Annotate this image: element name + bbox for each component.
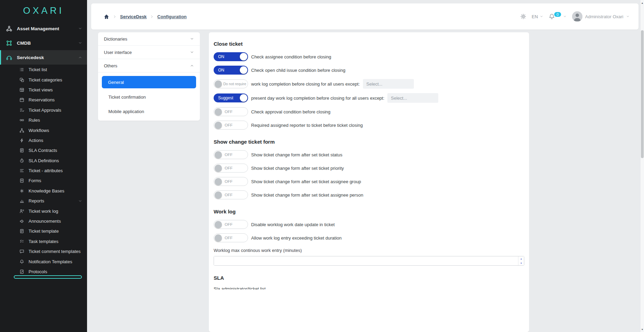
chevron-right-icon: [150, 15, 154, 19]
avatar: [572, 11, 582, 22]
asset-management-icon: [6, 25, 12, 32]
sidebar-item-ticket-list[interactable]: Ticket list: [0, 65, 87, 75]
config-item-general[interactable]: General: [102, 76, 196, 88]
toggle-show-ticket-change-form-after-set-ticket-status[interactable]: OFF: [214, 150, 248, 159]
toggle-state-label: Suggest: [218, 96, 233, 100]
toggle-allow-work-log-entry-exceeding-ticket-duration[interactable]: OFF: [214, 233, 248, 242]
spinner-down-button[interactable]: ▼: [518, 261, 524, 265]
scrollbar-thumb[interactable]: [641, 30, 644, 158]
language-selector[interactable]: EN: [532, 14, 543, 19]
approvals-icon: [19, 108, 24, 113]
config-group-label: Dictionaries: [104, 36, 127, 42]
topbar-actions: EN 0 Administrator Oxari: [520, 11, 630, 22]
home-icon[interactable]: [104, 14, 109, 20]
section-title: Work log: [214, 209, 524, 214]
setting-row: OFFShow ticket change form after set tic…: [214, 177, 524, 186]
users-except-select[interactable]: Select...: [363, 79, 414, 89]
sidebar-item-knowledge-bases[interactable]: Knowledge Bases: [0, 186, 87, 196]
scroll-down-arrow[interactable]: ▼: [641, 327, 644, 331]
toggle-check-open-child-issue-condition-before-closing[interactable]: ON: [214, 66, 248, 75]
chevron-down-icon: [190, 37, 194, 41]
toggle-show-ticket-change-form-after-set-ticket-assignee-group[interactable]: OFF: [214, 177, 248, 186]
toggle-state-label: OFF: [225, 123, 233, 127]
sidebar-item-ticket-work-log[interactable]: Ticket work log: [0, 206, 87, 216]
sidebar-item-ticket-categories[interactable]: Ticket categories: [0, 75, 87, 85]
form-icon: [19, 178, 24, 183]
announcement-icon: [19, 219, 24, 224]
sidebar-item-actions[interactable]: Actions: [0, 135, 87, 145]
user-menu[interactable]: Administrator Oxari: [572, 11, 630, 22]
sidebar-item-reports[interactable]: Reports: [0, 196, 87, 206]
setting-row: OFFShow ticket change form after set tic…: [214, 164, 524, 173]
sidebar-subitem-label: Workflows: [29, 128, 49, 133]
sidebar-item-notification-templates[interactable]: Notification Templates: [0, 256, 87, 266]
sidebar-item-asset-management[interactable]: Asset Management: [0, 21, 87, 36]
toggle-show-ticket-change-form-after-set-ticket-priority[interactable]: OFF: [214, 164, 248, 173]
sidebar-subitem-label: Notification Templates: [29, 259, 72, 264]
scroll-up-arrow[interactable]: ▲: [641, 1, 644, 5]
sidebar-item-ticket-comment-templates[interactable]: Ticket comment templates: [0, 246, 87, 256]
sidebar-item-reservations[interactable]: Reservations: [0, 95, 87, 105]
toggle-work-log-completion-before-closing-for-all-users-except[interactable]: Do not require: [214, 79, 248, 88]
sidebar-subitem-label: SLA Contracts: [29, 148, 57, 153]
worklog-max-input[interactable]: [214, 256, 524, 265]
sidebar-item-sla-definitions[interactable]: SLA Definitions: [0, 156, 87, 166]
sidebar-item-ticket-approvals[interactable]: Ticket Approvals: [0, 105, 87, 115]
config-item-ticket-confirmation[interactable]: Ticket confirmation: [98, 90, 200, 104]
sidebar-item-servicedesk[interactable]: Servicedesk: [0, 50, 87, 65]
toggle-knob: [215, 234, 222, 242]
bell-icon[interactable]: [549, 13, 555, 20]
gear-icon[interactable]: [520, 13, 526, 20]
sidebar-item-ticket-template[interactable]: Ticket template: [0, 226, 87, 236]
toggle-required-assigned-reporter-to-ticket-before-ticket-closing[interactable]: OFF: [214, 121, 248, 130]
config-group-dictionaries[interactable]: Dictionaries: [98, 32, 200, 46]
sidebar-item-ticket-attributes[interactable]: Ticket - attributes: [0, 166, 87, 176]
toggle-check-assignee-condition-before-closing[interactable]: ON: [214, 52, 248, 61]
toggle-check-approval-condition-before-closing[interactable]: OFF: [214, 107, 248, 116]
toggle-state-label: OFF: [225, 222, 233, 226]
setting-label: Check approval condition before closing: [251, 109, 331, 114]
sidebar-item-announcements[interactable]: Announcements: [0, 216, 87, 226]
notification-icon: [19, 259, 24, 264]
breadcrumb-configuration[interactable]: Configuration: [157, 14, 186, 19]
setting-label: Check open child issue condition before …: [251, 68, 345, 73]
workflow-icon: [19, 128, 24, 133]
chevron-down-icon: [540, 15, 543, 18]
sidebar-item-rules[interactable]: Rules: [0, 115, 87, 125]
setting-label: Show ticket change form after set ticket…: [251, 166, 344, 171]
config-item-mobile-application[interactable]: Mobile application: [98, 104, 200, 119]
reports-icon: [19, 198, 24, 203]
sidebar-subitem-label: SLA Definitions: [29, 158, 59, 163]
toggle-show-ticket-change-form-after-set-ticket-assignee-person[interactable]: OFF: [214, 190, 248, 199]
setting-row: OFFAllow work log entry exceeding ticket…: [214, 233, 524, 242]
config-group-others[interactable]: Others: [98, 59, 200, 73]
sidebar-subitem-label: Forms: [29, 178, 41, 183]
toggle-knob: [240, 53, 247, 60]
chevron-down-icon[interactable]: [563, 15, 567, 18]
sidebar-item-workflows[interactable]: Workflows: [0, 125, 87, 135]
sidebar-item-cmdb[interactable]: CMDB: [0, 36, 87, 50]
sidebar-item-sla-contracts[interactable]: SLA Contracts: [0, 145, 87, 155]
sidebar-item-ticket-views[interactable]: Ticket views: [0, 85, 87, 95]
topbar: ServiceDesk Configuration EN 0 Administr…: [91, 3, 638, 30]
select-placeholder: Select...: [366, 81, 383, 87]
chevron-down-icon: [626, 15, 630, 18]
contract-icon: [19, 148, 24, 153]
sidebar-item-forms[interactable]: Forms: [0, 176, 87, 186]
setting-row: Suggestpresent day work log completion b…: [214, 93, 524, 103]
breadcrumb: ServiceDesk Configuration: [104, 14, 187, 20]
toggle-present-day-work-log-completion-before-closing-for-all-users-except[interactable]: Suggest: [214, 93, 248, 102]
config-group-user-interface[interactable]: User interface: [98, 46, 200, 59]
chevron-right-icon: [113, 15, 117, 19]
breadcrumb-servicedesk[interactable]: ServiceDesk: [120, 14, 147, 19]
sidebar-item-label: Asset Management: [17, 26, 59, 31]
setting-label: Check assignee condition before closing: [251, 54, 331, 59]
spinner-up-button[interactable]: ▲: [518, 256, 524, 261]
sidebar-item-task-templates[interactable]: Task templates: [0, 236, 87, 246]
users-except-select[interactable]: Select...: [387, 93, 438, 103]
sidebar-subitem-label: Ticket template: [29, 229, 59, 234]
setting-label: Show ticket change form after set ticket…: [251, 179, 361, 184]
sidebar-subitem-label: Ticket categories: [29, 77, 62, 82]
toggle-disable-worklog-work-date-update-in-ticket[interactable]: OFF: [214, 220, 248, 229]
chevron-up-icon: [190, 64, 194, 68]
